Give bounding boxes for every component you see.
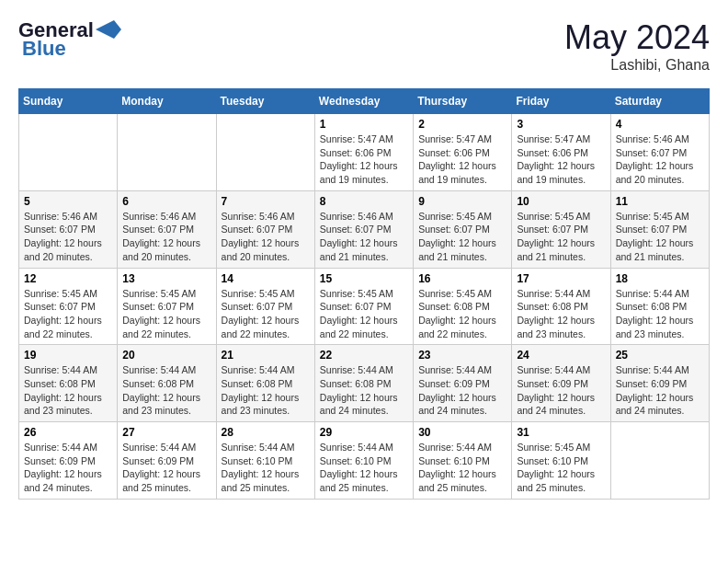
page-header: General Blue May 2024 Lashibi, Ghana [18,18,710,74]
table-row: 16 Sunrise: 5:45 AMSunset: 6:08 PMDaylig… [414,268,512,345]
col-tuesday: Tuesday [216,89,314,114]
table-row: 11 Sunrise: 5:45 AMSunset: 6:07 PMDaylig… [610,190,709,268]
day-info: Sunrise: 5:44 AMSunset: 6:08 PMDaylight:… [616,287,704,341]
col-sunday: Sunday [19,89,118,114]
table-row: 28 Sunrise: 5:44 AMSunset: 6:10 PMDaylig… [216,422,314,500]
day-number: 25 [616,349,704,362]
day-number: 29 [320,426,408,439]
calendar-table: Sunday Monday Tuesday Wednesday Thursday… [18,88,710,500]
logo: General Blue [18,18,121,61]
month-year-title: May 2024 [564,18,710,57]
table-row: 6 Sunrise: 5:46 AMSunset: 6:07 PMDayligh… [118,190,216,268]
table-row: 26 Sunrise: 5:44 AMSunset: 6:09 PMDaylig… [19,422,118,500]
table-row: 19 Sunrise: 5:44 AMSunset: 6:08 PMDaylig… [19,345,118,422]
table-row: 12 Sunrise: 5:45 AMSunset: 6:07 PMDaylig… [19,268,118,345]
day-number: 4 [616,118,704,131]
day-info: Sunrise: 5:44 AMSunset: 6:09 PMDaylight:… [418,363,506,418]
day-number: 10 [517,195,605,208]
day-number: 3 [517,118,605,131]
table-row: 10 Sunrise: 5:45 AMSunset: 6:07 PMDaylig… [512,190,610,268]
day-info: Sunrise: 5:44 AMSunset: 6:10 PMDaylight:… [320,441,408,495]
col-friday: Friday [512,89,610,114]
table-row [610,422,709,500]
col-wednesday: Wednesday [314,89,413,114]
col-monday: Monday [118,89,216,114]
table-row: 24 Sunrise: 5:44 AMSunset: 6:09 PMDaylig… [512,345,610,422]
table-row: 29 Sunrise: 5:44 AMSunset: 6:10 PMDaylig… [314,422,413,500]
day-number: 15 [320,272,408,285]
day-number: 12 [24,272,112,285]
day-number: 27 [122,426,210,439]
table-row: 30 Sunrise: 5:44 AMSunset: 6:10 PMDaylig… [414,422,512,500]
table-row: 5 Sunrise: 5:46 AMSunset: 6:07 PMDayligh… [19,190,118,268]
calendar-week-row: 5 Sunrise: 5:46 AMSunset: 6:07 PMDayligh… [19,190,710,268]
col-thursday: Thursday [414,89,512,114]
day-number: 2 [418,118,506,131]
day-number: 7 [222,195,310,208]
day-number: 9 [418,195,506,208]
table-row [216,114,314,191]
table-row: 4 Sunrise: 5:46 AMSunset: 6:07 PMDayligh… [610,114,709,191]
day-number: 11 [616,195,704,208]
day-info: Sunrise: 5:44 AMSunset: 6:08 PMDaylight:… [122,363,210,418]
table-row: 1 Sunrise: 5:47 AMSunset: 6:06 PMDayligh… [314,114,413,191]
day-info: Sunrise: 5:44 AMSunset: 6:08 PMDaylight:… [320,363,408,418]
day-number: 26 [24,426,112,439]
day-info: Sunrise: 5:46 AMSunset: 6:07 PMDaylight:… [24,210,112,264]
calendar-week-row: 26 Sunrise: 5:44 AMSunset: 6:09 PMDaylig… [19,422,710,500]
day-info: Sunrise: 5:45 AMSunset: 6:07 PMDaylight:… [616,210,704,264]
calendar-header-row: Sunday Monday Tuesday Wednesday Thursday… [19,89,710,114]
table-row: 2 Sunrise: 5:47 AMSunset: 6:06 PMDayligh… [414,114,512,191]
calendar-week-row: 1 Sunrise: 5:47 AMSunset: 6:06 PMDayligh… [19,114,710,191]
day-number: 16 [418,272,506,285]
col-saturday: Saturday [610,89,709,114]
day-info: Sunrise: 5:47 AMSunset: 6:06 PMDaylight:… [517,132,605,187]
day-info: Sunrise: 5:45 AMSunset: 6:07 PMDaylight:… [222,287,310,341]
table-row: 18 Sunrise: 5:44 AMSunset: 6:08 PMDaylig… [610,268,709,345]
day-info: Sunrise: 5:47 AMSunset: 6:06 PMDaylight:… [320,132,408,187]
day-number: 22 [320,349,408,362]
table-row: 13 Sunrise: 5:45 AMSunset: 6:07 PMDaylig… [118,268,216,345]
table-row: 8 Sunrise: 5:46 AMSunset: 6:07 PMDayligh… [314,190,413,268]
day-number: 20 [122,349,210,362]
day-number: 5 [24,195,112,208]
day-info: Sunrise: 5:44 AMSunset: 6:10 PMDaylight:… [418,441,506,495]
calendar-week-row: 19 Sunrise: 5:44 AMSunset: 6:08 PMDaylig… [19,345,710,422]
day-number: 8 [320,195,408,208]
day-number: 31 [517,426,605,439]
day-number: 17 [517,272,605,285]
day-info: Sunrise: 5:44 AMSunset: 6:09 PMDaylight:… [24,441,112,495]
day-info: Sunrise: 5:45 AMSunset: 6:07 PMDaylight:… [418,210,506,264]
day-number: 18 [616,272,704,285]
table-row: 14 Sunrise: 5:45 AMSunset: 6:07 PMDaylig… [216,268,314,345]
table-row: 3 Sunrise: 5:47 AMSunset: 6:06 PMDayligh… [512,114,610,191]
table-row: 15 Sunrise: 5:45 AMSunset: 6:07 PMDaylig… [314,268,413,345]
svg-marker-0 [96,20,121,39]
day-number: 28 [222,426,310,439]
day-number: 1 [320,118,408,131]
day-info: Sunrise: 5:45 AMSunset: 6:08 PMDaylight:… [418,287,506,341]
day-info: Sunrise: 5:44 AMSunset: 6:08 PMDaylight:… [24,363,112,418]
table-row: 27 Sunrise: 5:44 AMSunset: 6:09 PMDaylig… [118,422,216,500]
day-info: Sunrise: 5:44 AMSunset: 6:08 PMDaylight:… [517,287,605,341]
location-subtitle: Lashibi, Ghana [564,57,710,74]
day-info: Sunrise: 5:45 AMSunset: 6:10 PMDaylight:… [517,441,605,495]
table-row: 17 Sunrise: 5:44 AMSunset: 6:08 PMDaylig… [512,268,610,345]
day-info: Sunrise: 5:44 AMSunset: 6:08 PMDaylight:… [222,363,310,418]
table-row: 25 Sunrise: 5:44 AMSunset: 6:09 PMDaylig… [610,345,709,422]
table-row: 23 Sunrise: 5:44 AMSunset: 6:09 PMDaylig… [414,345,512,422]
table-row [118,114,216,191]
table-row: 31 Sunrise: 5:45 AMSunset: 6:10 PMDaylig… [512,422,610,500]
table-row: 9 Sunrise: 5:45 AMSunset: 6:07 PMDayligh… [414,190,512,268]
day-info: Sunrise: 5:46 AMSunset: 6:07 PMDaylight:… [616,132,704,187]
day-info: Sunrise: 5:44 AMSunset: 6:10 PMDaylight:… [222,441,310,495]
calendar-week-row: 12 Sunrise: 5:45 AMSunset: 6:07 PMDaylig… [19,268,710,345]
logo-text-blue: Blue [22,37,121,61]
day-info: Sunrise: 5:44 AMSunset: 6:09 PMDaylight:… [616,363,704,418]
day-info: Sunrise: 5:46 AMSunset: 6:07 PMDaylight:… [222,210,310,264]
table-row: 20 Sunrise: 5:44 AMSunset: 6:08 PMDaylig… [118,345,216,422]
table-row: 21 Sunrise: 5:44 AMSunset: 6:08 PMDaylig… [216,345,314,422]
day-info: Sunrise: 5:44 AMSunset: 6:09 PMDaylight:… [122,441,210,495]
day-number: 24 [517,349,605,362]
day-info: Sunrise: 5:45 AMSunset: 6:07 PMDaylight:… [320,287,408,341]
